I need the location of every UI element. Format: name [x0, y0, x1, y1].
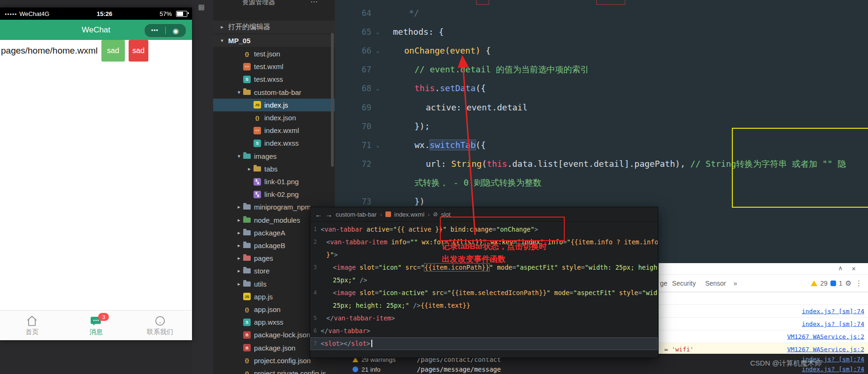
tab-security[interactable]: Security [668, 280, 701, 287]
wxml-code-line[interactable]: 25px; height: 25px;" />{{item.text}} [310, 299, 658, 312]
tree-item[interactable]: ▸tabs [213, 163, 335, 175]
tree-item[interactable]: <>index.wxml [213, 124, 335, 137]
project-section[interactable]: ▾ MP_05 [213, 34, 335, 47]
breadcrumb-symbol[interactable]: slot [441, 211, 450, 218]
png-file-icon: ▚ [253, 191, 261, 198]
tree-item[interactable]: {}index.json [213, 111, 335, 124]
wxml-code-line[interactable]: 2<van-tabbar-item info="" wx:for="{{list… [310, 236, 658, 249]
code-token: /> [360, 276, 367, 284]
kebab-menu-icon[interactable]: ⋮ [854, 279, 863, 288]
tree-item[interactable]: Sindex.wxss [213, 137, 335, 149]
tree-item[interactable]: Stest.wxss [213, 73, 335, 86]
console-row: VM1267 WAService.js:2 [659, 330, 868, 343]
sad-button-green[interactable]: sad [101, 40, 125, 62]
console-rows: index.js? [sm]:74index.js? [sm]:74VM1267… [659, 305, 868, 356]
code-line[interactable]: 68⌄this.setData({ [335, 79, 868, 98]
code-token: image [337, 264, 356, 271]
code-text: </van-tabbar> [321, 325, 370, 337]
wxml-code-line[interactable]: 4<image slot="icon-active" src="{{item.s… [310, 287, 658, 299]
code-line[interactable]: 71⌄wx.switchTab({ [335, 136, 868, 155]
forward-arrow-icon[interactable]: → [325, 210, 332, 218]
sad-button-red[interactable]: sad [129, 40, 148, 62]
code-line[interactable]: 70}); [335, 117, 868, 136]
code-token: "index" [517, 238, 544, 246]
file-name: test.json [254, 50, 280, 58]
code-token: > [334, 251, 338, 258]
tab-label: 首页 [25, 328, 38, 336]
code-line[interactable]: 65⌄methods: { [335, 23, 868, 41]
wxml-code-line[interactable]: 3<image slot="icon" src="{{item.iconPath… [310, 261, 658, 274]
wxml-editor-popup: ← → custom-tab-bar › index.wxml › ⊘ slot… [310, 207, 658, 358]
fold-icon[interactable]: ⌄ [376, 41, 379, 60]
tree-item[interactable]: ▚link-01.png [213, 175, 335, 188]
tab-contact-us[interactable]: 联系我们 [128, 311, 192, 340]
tab-messages[interactable]: 消息 3 [64, 311, 128, 340]
fold-icon[interactable]: ⌄ [376, 23, 379, 41]
warning-count[interactable]: 29 [820, 280, 828, 287]
source-link[interactable]: VM1267 WAService.js:2 [787, 346, 864, 353]
code-token: { [481, 46, 491, 55]
tree-item[interactable]: JSindex.js [213, 99, 335, 111]
wxml-code-line[interactable]: 5</van-tabbar-item> [310, 312, 658, 325]
folder-icon [243, 204, 251, 210]
wxml-code-line[interactable]: 6</van-tabbar> [310, 325, 658, 337]
code-token: " [447, 289, 451, 296]
tree-item[interactable]: ▚link-02.png [213, 188, 335, 201]
code-token: = [375, 264, 378, 271]
code-line[interactable]: 64*/ [335, 4, 868, 23]
tree-item[interactable]: ▾custom-tab-bar [213, 86, 335, 99]
code-line[interactable]: 67// event.detail 的值为当前选中项的索引 [335, 60, 868, 79]
exit-target-icon[interactable]: ◉ [166, 27, 186, 34]
code-text: // event.detail 的值为当前选中项的索引 [415, 60, 589, 79]
close-panel-icon[interactable]: × [852, 265, 856, 273]
wxml-code-line[interactable]: 7<slot></slot> [310, 337, 658, 350]
code-token: " [393, 226, 397, 233]
explorer-scrollbar[interactable] [331, 33, 334, 167]
tab-sensor[interactable]: Sensor [700, 280, 730, 287]
code-token: < [321, 340, 324, 347]
code-token: = [638, 289, 642, 296]
gear-icon[interactable]: ⚙ [845, 279, 852, 288]
wxml-code-line[interactable]: 25px;" /> [310, 274, 658, 287]
file-name: custom-tab-bar [254, 88, 301, 96]
code-token: style [619, 289, 638, 296]
file-name: index.json [264, 114, 296, 122]
code-line[interactable]: 72url: String(this.data.list[event.detai… [335, 155, 868, 173]
breadcrumb-file[interactable]: index.wxml [394, 211, 424, 218]
code-token: 25px;" [333, 276, 360, 284]
breadcrumb-folder[interactable]: custom-tab-bar [336, 211, 376, 218]
collapse-panel-icon[interactable]: ∧ [838, 265, 843, 272]
panel-grid-icon[interactable]: ▦ [198, 3, 205, 11]
code-line[interactable]: 69active: event.detail [335, 98, 868, 117]
source-link[interactable]: index.js? [sm]:74 [802, 320, 864, 327]
issue-count[interactable]: 1 [839, 280, 843, 287]
wxml-code-area[interactable]: 1<van-tabbar active="{{ active }}" bind:… [310, 221, 658, 358]
tree-item[interactable]: {}test.json [213, 47, 335, 60]
code-line[interactable]: 66⌄onChange(event) { [335, 41, 868, 60]
code-text: */ [409, 4, 419, 23]
open-editors-section[interactable]: ▸ 打开的编辑器 [213, 21, 335, 33]
fold-icon[interactable]: ⌄ [376, 79, 379, 98]
tree-item[interactable]: <>test.wxml [213, 60, 335, 73]
wxml-code-line[interactable]: 1<van-tabbar active="{{ active }}" bind:… [310, 223, 658, 236]
more-tabs-icon[interactable]: » [731, 280, 740, 287]
more-options-icon[interactable]: ••• [145, 27, 165, 34]
wxml-code-line[interactable]: }"> [310, 249, 658, 261]
explorer-more-icon[interactable]: ⋯ [310, 0, 318, 6]
source-link[interactable]: index.js? [sm]:74 [802, 308, 864, 315]
code-token: slot [360, 264, 375, 271]
fold-icon[interactable]: ⌄ [376, 136, 379, 155]
file-name: test.wxml [254, 62, 284, 70]
code-text: url: String(this.data.list[event.detail]… [426, 155, 846, 173]
tab-home[interactable]: 首页 [0, 311, 64, 340]
code-line[interactable]: 式转换， - 0 则隐式转换为整数 [335, 173, 868, 192]
filter-info[interactable]: 21 info [353, 365, 381, 374]
code-text: }"> [326, 249, 338, 261]
breadcrumb-separator: › [380, 211, 382, 218]
png-file-icon: ▚ [253, 178, 261, 186]
tree-item[interactable]: ▾images [213, 150, 335, 163]
npm-file-icon: n [243, 344, 251, 351]
back-arrow-icon[interactable]: ← [315, 210, 322, 218]
source-link[interactable]: VM1267 WAService.js:2 [787, 333, 864, 340]
tree-item[interactable]: {}project.private.config.js... [213, 367, 335, 374]
